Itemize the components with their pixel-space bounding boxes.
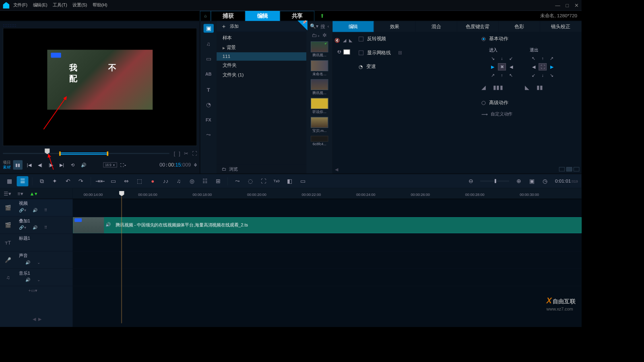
libcat-title-icon[interactable]: AB [203,70,213,78]
opt-tab-chroma[interactable]: 色度键去背 [457,21,499,32]
flip-video-option[interactable]: 反转视频 [359,35,471,42]
search-field[interactable]: 搜 [320,23,325,30]
libcat-fx-icon[interactable]: FX [203,115,213,124]
stabilize-icon[interactable]: ◌ [245,176,256,186]
lib-folder[interactable]: 文件夹 [217,61,306,70]
libcat-transition-icon[interactable]: ▭ [203,54,213,63]
auto-music-icon[interactable]: ♫ [173,176,185,186]
pan-zoom-icon[interactable]: ⇔ [121,176,132,186]
add-folder-button[interactable]: ＋ 添加 [217,21,306,32]
track-voice[interactable]: 🎤 声音🔊⌄ [0,251,73,269]
expand-tracks-icon[interactable]: ▲▾ [29,191,37,196]
add-track-button[interactable]: +▭▾ [0,286,73,295]
opt-tab-lens[interactable]: 镜头校正 [540,21,582,32]
trim-icon[interactable]: ⇥⇤ [95,176,106,186]
libcat-path-icon[interactable]: ⤳ [203,131,213,140]
browse-button[interactable]: 🗀 浏览 [217,164,306,173]
go-end-button[interactable]: ▶| [58,160,66,169]
track-title[interactable]: ᴛT 标题1 [0,234,73,251]
tools-icon[interactable]: ✦ [49,176,61,186]
upload-icon[interactable]: ⬆ [320,13,324,19]
opt-tab-edit[interactable]: 编辑 [332,21,374,32]
trim-range[interactable] [59,152,108,154]
resize-icon[interactable]: ⬚ [134,176,145,186]
tab-home-icon[interactable]: ⌂ [200,11,211,21]
lib-folder-background[interactable]: ▶背景 [217,43,306,52]
expand-icon[interactable]: ⛶ [192,150,197,156]
sort-menu-icon[interactable]: ≡▾ [17,191,23,196]
collapse-icon[interactable]: ⮋ [337,49,341,55]
capture-icon[interactable]: ✲ [322,32,327,38]
music-track-lane[interactable] [73,269,582,286]
timeline-view-icon[interactable]: ☰ [17,176,29,186]
menu-edit[interactable]: 编辑(E) [33,2,47,8]
lib-folder-1[interactable]: 文件夹 (1) [217,70,306,79]
tab-share[interactable]: 共享 [280,11,314,21]
crop-icon[interactable]: ▭ [107,176,119,186]
audio-mixer-icon[interactable]: ♪♪ [160,176,171,186]
fullscreen-button[interactable]: ⛶▾ [119,160,128,169]
split-icon[interactable]: ✂ [184,150,188,156]
color-swatch[interactable] [343,49,350,55]
overlay-clip[interactable]: 🔊 腾讯视频 - 中国领先的在线视频媒体平台,海量高清视频在线观看_2.ts [73,217,582,233]
thumb-2[interactable]: 腾讯视... [311,79,328,96]
search-icon[interactable]: 🔍▾ [310,23,318,30]
opt-tab-blend[interactable]: 混合 [415,21,457,32]
storyboard-view-icon[interactable]: ▦ [4,176,15,186]
preview-scrubber[interactable]: [ ] ✂ ⛶ [3,148,197,158]
menu-settings[interactable]: 设置(S) [72,2,87,8]
tab-capture[interactable]: 捕获 [211,11,246,21]
libcat-audio-icon[interactable]: ♫ [203,39,213,48]
track-overlay[interactable]: 🎬 叠加1🔗▾🔊⠿ [0,216,73,234]
import-icon[interactable]: 🗀₊ [312,32,320,38]
motion-track-icon[interactable]: ◎ [186,176,198,186]
mute-icon[interactable]: 🔇 [334,38,340,43]
opt-tab-color[interactable]: 色彩 [499,21,540,32]
libcat-text-icon[interactable]: T [203,85,213,94]
track-music[interactable]: ♫ 音乐1🔊⌄ [0,269,73,286]
exit-direction-grid[interactable]: ↖↑↗ ◀⛶▶ ↙↓↘ [530,55,556,79]
layout-switcher[interactable] [559,167,580,173]
advanced-motion-option[interactable]: 高级动作 [481,99,581,106]
undo-icon[interactable]: ↶ [62,176,74,186]
zoom-in-icon[interactable]: ⊕ [513,176,524,186]
lib-folder-111[interactable]: 111 [217,52,306,61]
window-minimize[interactable]: — [555,2,560,8]
h-scroll-controls[interactable]: ◀▶ [0,317,73,322]
multi-cam-icon[interactable]: ⊞ [212,176,224,186]
tab-edit[interactable]: 编辑 [246,11,280,21]
voice-track-lane[interactable] [73,251,582,269]
playhead[interactable] [119,191,124,196]
pin-icon[interactable] [297,21,308,31]
loop-button[interactable]: ⟲ [68,160,77,169]
thumb-5[interactable]: 6c8fc4... [311,136,328,146]
thumb-4[interactable]: 宝贝.m... [311,117,328,134]
panel-grip[interactable]: :::::::: [3,23,197,27]
timeline-tracks-area[interactable]: 00:00:14:00 00:00:16:00 00:00:18:00 00:0… [73,188,582,327]
mark-in-icon[interactable]: [ [174,150,175,156]
mark-out-icon[interactable]: ] [179,150,180,156]
prev-frame-button[interactable]: ◀| [35,160,44,169]
basic-motion-option[interactable]: 基本动作 [481,35,581,42]
thumb-3[interactable]: 听说你... [311,98,328,115]
menu-help[interactable]: 帮助(H) [93,2,107,8]
zoom-out-icon[interactable]: ⊖ [465,176,477,186]
opt-tab-effect[interactable]: 效果 [374,21,415,32]
speed-option[interactable]: ◔变速 [359,63,471,70]
motion-presets[interactable]: ◢▮▮▮◣▮▮ [481,84,581,91]
libcat-media-icon[interactable]: ▣ [203,24,213,33]
pause-button[interactable]: ▮▮ [13,160,23,169]
overlay-track-lane[interactable]: 🔊 腾讯视频 - 中国领先的在线视频媒体平台,海量高清视频在线观看_2.ts [73,216,582,234]
preview-viewport[interactable]: 我 不 配 [3,28,197,146]
fx-track-icon[interactable]: ⠿ [44,208,47,213]
3d-title-icon[interactable]: T₃ᴅ [271,176,283,186]
enter-direction-grid[interactable]: ↘↓↙ ▶✖◀ ↗↑↖ [489,55,515,79]
screen-rec-icon[interactable]: ▭ [297,176,309,186]
speed-fx-icon[interactable]: ⤳ [231,176,243,186]
mode-material-label[interactable]: 素材 [3,165,11,170]
custom-motion-option[interactable]: ⟿自定义动作 [481,111,581,117]
show-grid-option[interactable]: 显示网格线⊞ [359,49,471,56]
clock-icon[interactable]: ◷ [539,176,551,186]
fade-in-icon[interactable]: ◢ [343,38,346,43]
mute-track-icon[interactable]: 🔊 [33,208,38,213]
